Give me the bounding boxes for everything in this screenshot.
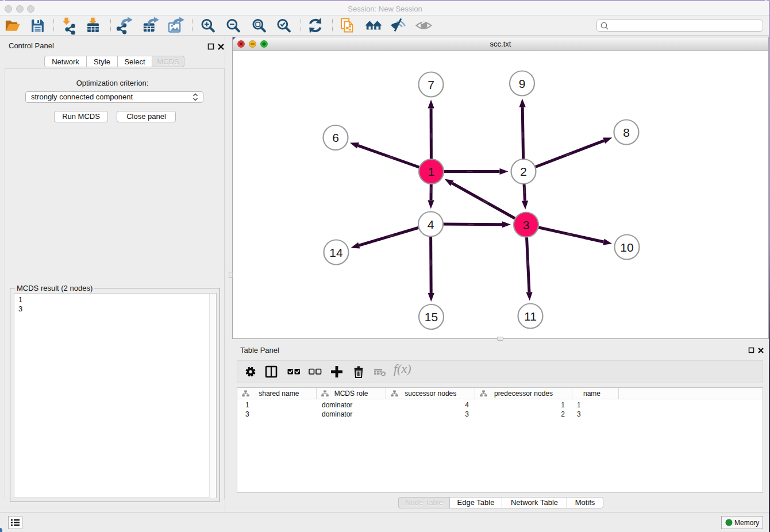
svg-text:8: 8	[623, 126, 630, 139]
svg-text:9: 9	[519, 77, 526, 90]
svg-text:4: 4	[428, 218, 434, 231]
svg-text:7: 7	[428, 78, 434, 91]
svg-text:6: 6	[332, 131, 339, 144]
svg-text:1: 1	[428, 165, 435, 178]
svg-text:15: 15	[425, 310, 438, 323]
svg-text:2: 2	[520, 165, 527, 178]
svg-text:11: 11	[524, 310, 537, 323]
svg-text:14: 14	[329, 246, 343, 259]
svg-text:3: 3	[523, 218, 530, 232]
svg-text:10: 10	[620, 241, 633, 254]
